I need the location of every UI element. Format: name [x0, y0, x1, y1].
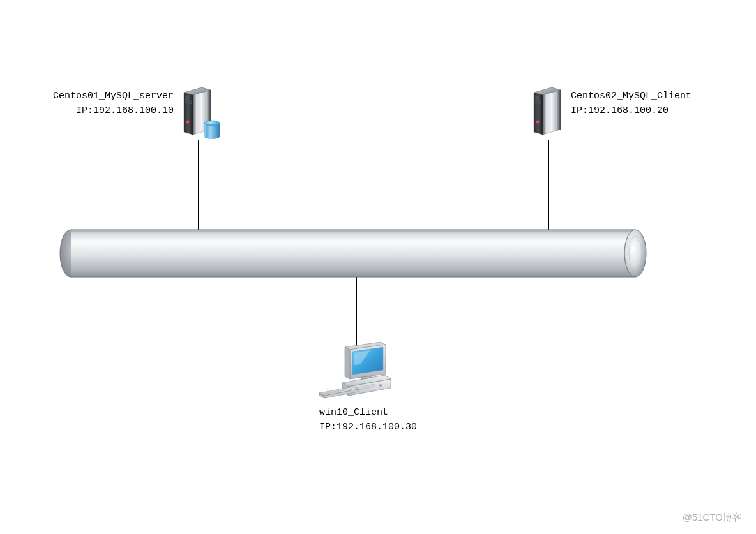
svg-point-33 [379, 384, 382, 387]
svg-point-27 [624, 230, 646, 277]
node-label-server-left: Centos01_MySQL_server IP:192.168.100.10 [53, 89, 174, 118]
node-hostname: Centos01_MySQL_server [53, 89, 174, 104]
node-hostname: Centos02_MySQL_Client [571, 89, 692, 104]
node-win10-client: win10_Client IP:192.168.100.30 [319, 342, 393, 403]
svg-point-7 [186, 121, 190, 124]
node-ip: IP:192.168.100.30 [319, 420, 447, 435]
connector-line-bottom [356, 277, 357, 348]
node-hostname: win10_Client [319, 406, 447, 420]
node-centos01-mysql-server: Centos01_MySQL_server IP:192.168.100.10 [183, 86, 212, 140]
node-centos02-mysql-client: Centos02_MySQL_Client IP:192.168.100.20 [533, 86, 562, 140]
connector-line-right [548, 140, 549, 232]
node-ip: IP:192.168.100.20 [571, 104, 692, 119]
watermark-text: @51CTO博客 [683, 512, 742, 524]
node-ip: IP:192.168.100.10 [53, 104, 174, 119]
database-icon [203, 119, 221, 140]
svg-point-12 [204, 121, 220, 126]
desktop-computer-icon [319, 342, 393, 403]
server-icon [533, 86, 562, 137]
node-label-server-right: Centos02_MySQL_Client IP:192.168.100.20 [571, 89, 692, 118]
node-label-client-bottom: win10_Client IP:192.168.100.30 [319, 406, 447, 434]
svg-marker-14 [543, 90, 561, 135]
network-bus-icon [59, 228, 647, 278]
svg-marker-2 [184, 93, 193, 135]
connector-line-left [198, 140, 199, 232]
network-topology-diagram: Centos01_MySQL_server IP:192.168.100.10 [0, 0, 756, 534]
server-icon [183, 86, 212, 137]
svg-rect-24 [71, 230, 635, 277]
svg-marker-15 [534, 93, 543, 135]
svg-marker-36 [345, 347, 350, 379]
svg-point-20 [536, 121, 540, 124]
